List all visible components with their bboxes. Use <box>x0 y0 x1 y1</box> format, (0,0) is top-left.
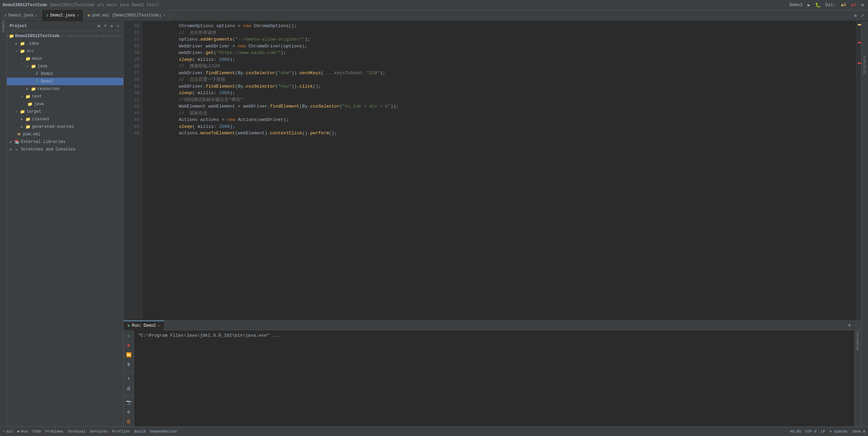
folder-icon-test: 📁 <box>25 94 31 99</box>
tab-demo2[interactable]: J Demo2.java ✕ <box>42 10 84 21</box>
scroll-to-end-button[interactable]: ⬇ <box>125 374 133 383</box>
split-editor-button[interactable]: ⊞ <box>853 13 858 19</box>
services-status[interactable]: Services <box>90 429 108 434</box>
code-line-41: //找到测试鼠标右键点击"网页" <box>147 97 852 103</box>
tree-item-root[interactable]: ▾ 📁 Demo230512TestCode D:\JavaCode\Javac… <box>7 32 123 40</box>
terminal-label: Terminal <box>67 429 86 434</box>
dependencies-status[interactable]: Dependencies <box>150 429 177 434</box>
tree-label-root: Demo230512TestCode <box>15 34 60 38</box>
tree-label-generated: generated-sources <box>32 124 74 129</box>
run-button[interactable]: ▶ <box>806 2 812 9</box>
tab-pom-icon: m <box>88 13 90 18</box>
commit-button[interactable]: Commit <box>0 23 7 30</box>
folder-icon-root: 📁 <box>9 34 14 39</box>
tree-label-test-java: java <box>34 102 44 107</box>
warnings-count[interactable]: ▲6 <box>839 2 848 8</box>
tree-arrow-main: ▾ <box>19 57 25 61</box>
tree-item-demo1[interactable]: J Demo1 <box>7 70 123 78</box>
debug-button[interactable]: 🐛 <box>814 2 822 9</box>
tree-label-ext-libs: External Libraries <box>21 139 66 144</box>
settings2-button[interactable]: ⚙ <box>125 408 133 416</box>
git-status-label: Git <box>7 429 13 434</box>
build-status[interactable]: Build <box>134 429 146 434</box>
tree-arrow-src: ▾ <box>14 49 19 53</box>
tree-item-test-java[interactable]: 📁 java <box>7 100 123 108</box>
bottom-panel-settings[interactable]: ⚙ <box>847 322 852 328</box>
maximize-editor-button[interactable]: ⤢ <box>859 13 865 19</box>
code-container[interactable]: 30 31 32 33 34 35 36 37 38 39 40 41 42 4… <box>124 21 861 320</box>
tree-item-ext-libs[interactable]: ▶ 📚 External Libraries <box>7 138 123 146</box>
tree-item-java[interactable]: ▾ 📁 java <box>7 63 123 70</box>
line-num-31: 31 <box>126 30 139 36</box>
run-tab-close[interactable]: ✕ <box>158 324 160 328</box>
resume-button[interactable]: ⏩ <box>125 351 133 359</box>
tab-pom[interactable]: m pom.xml (Demo230512TestCode) ✕ <box>83 10 170 21</box>
tree-label-target: target <box>26 109 41 114</box>
line-num-35: 35 <box>126 56 139 63</box>
folder-icon-generated: 📁 <box>25 124 31 130</box>
tree-item-generated[interactable]: ▶ 📁 generated-sources <box>7 123 123 131</box>
sidebar-gear-icon[interactable]: ⊞ <box>97 23 102 29</box>
tree-item-resources[interactable]: ▶ 📁 resources <box>7 85 123 93</box>
status-left: ⑂ Git ▶ Run TODO Problems Terminal Servi… <box>3 429 177 434</box>
sidebar-settings-icon[interactable]: ⚙ <box>109 23 114 29</box>
rerun-button[interactable]: ↺ <box>125 332 133 340</box>
terminal-status[interactable]: Terminal <box>67 429 86 434</box>
code-line-42: WebElement webElement = webDriver.findEl… <box>147 103 852 110</box>
stop-button[interactable]: ■ <box>125 341 133 349</box>
code-lines[interactable]: ChromeOptions options = new ChromeOption… <box>143 21 856 320</box>
git-icon: ⑂ <box>3 429 5 434</box>
right-scroll-gutter[interactable] <box>856 21 861 320</box>
tree-item-target[interactable]: ▾ 📁 target <box>7 108 123 115</box>
git-label: Git: <box>824 2 837 8</box>
tab-demo1[interactable]: J Demo1.java ✕ <box>0 10 42 21</box>
bookmarks-bar[interactable]: Bookmarks <box>854 330 861 426</box>
tree-item-pom[interactable]: m pom.xml <box>7 131 123 138</box>
tree-label-idea: .idea <box>26 41 39 46</box>
line-num-42: 42 <box>126 103 139 110</box>
errors-count[interactable]: ▲3 <box>850 2 858 8</box>
bottom-tab-run[interactable]: ▶ Run: Demo2 ✕ <box>124 321 164 330</box>
tree-item-main[interactable]: ▾ 📁 main <box>7 55 123 63</box>
problems-status[interactable]: Problems <box>45 429 64 434</box>
tree-item-src[interactable]: ▾ 📁 src <box>7 47 123 55</box>
git-status[interactable]: ⑂ Git <box>3 429 13 434</box>
structure-label[interactable]: Structure <box>863 56 867 74</box>
run-status[interactable]: ▶ Run <box>18 429 28 434</box>
print-button[interactable]: 🖨 <box>125 384 133 392</box>
todo-status[interactable]: TODO <box>32 429 41 434</box>
tab-demo1-close[interactable]: ✕ <box>35 13 37 18</box>
lib-icon-ext: 📚 <box>14 139 20 145</box>
tree-item-scratches[interactable]: ▶ ✏️ Scratches and Consoles <box>7 146 123 153</box>
camera-button[interactable]: 📷 <box>125 398 133 406</box>
tree-item-demo2[interactable]: J Demo2 <box>7 78 123 85</box>
sidebar-expand-icon[interactable]: ≡ <box>103 23 108 29</box>
error-marker-1 <box>858 42 861 43</box>
tree-arrow-scratches: ▶ <box>8 147 14 152</box>
profiler-status[interactable]: Profiler <box>112 429 130 434</box>
tree-item-classes[interactable]: ▶ 📁 classes <box>7 115 123 123</box>
trash-button[interactable]: 🗑 <box>125 417 133 426</box>
tree-label-classes: classes <box>32 117 49 122</box>
tab-pom-close[interactable]: ✕ <box>164 13 166 18</box>
code-line-43: // 鼠标右击 <box>147 110 852 117</box>
run-config-dropdown[interactable]: Demo2 <box>788 2 804 8</box>
tree-label-test: test <box>32 94 42 99</box>
tab-demo2-close[interactable]: ✕ <box>77 13 79 18</box>
code-line-44: Actions actions = new Actions(webDriver)… <box>147 116 852 123</box>
line-num-34: 34 <box>126 49 139 56</box>
sidebar-title: Project <box>10 24 27 29</box>
tree-item-idea[interactable]: ▶ 📁 .idea <box>7 40 123 47</box>
pause-button[interactable]: ⏸ <box>125 360 133 369</box>
tree-item-test[interactable]: ▾ 📁 test <box>7 93 123 100</box>
sidebar-close-icon[interactable]: ✕ <box>115 23 121 29</box>
bookmarks-label[interactable]: Bookmarks <box>856 332 860 350</box>
code-line-31: // 允许所有请求 <box>147 30 852 36</box>
bottom-tab-bar: ▶ Run: Demo2 ✕ ⚙ − <box>124 321 861 330</box>
project-name: Demo230512TestCode <box>3 3 47 8</box>
settings-button[interactable]: ⚙ <box>860 2 865 9</box>
bottom-panel-minimize[interactable]: − <box>853 323 858 328</box>
tree-arrow-resources: ▶ <box>25 87 30 91</box>
structure-panel[interactable]: Structure <box>861 21 868 426</box>
code-line-36: // 搜索框输入520 <box>147 63 852 70</box>
